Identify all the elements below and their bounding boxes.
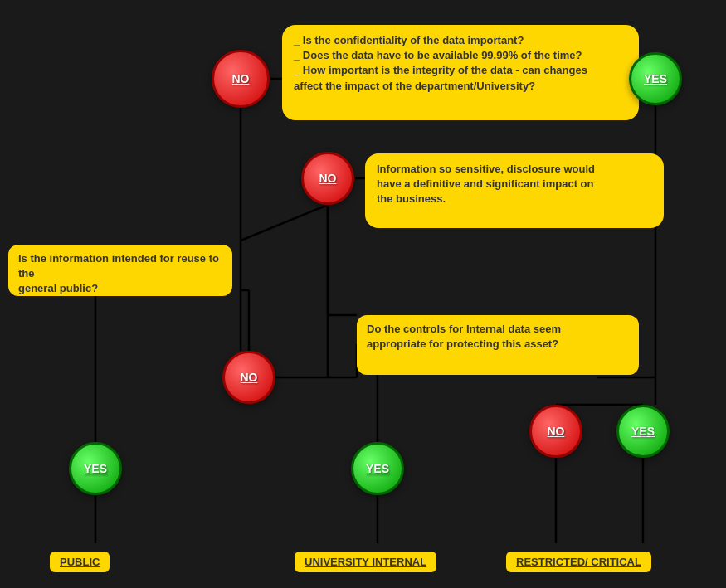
public-yes-label: YES bbox=[84, 462, 107, 475]
question-box-2: Information so sensitive, disclosure wou… bbox=[365, 153, 664, 228]
question-4-text: Do the controls for Internal data seem a… bbox=[367, 323, 561, 350]
restricted-label: RESTRICTED/ CRITICAL bbox=[516, 556, 641, 568]
no1-label: NO bbox=[232, 72, 250, 85]
no1-circle: NO bbox=[212, 50, 270, 108]
yes4-label: YES bbox=[631, 425, 655, 438]
internal-label: UNIVERSITY INTERNAL bbox=[305, 556, 426, 568]
question-box-4: Do the controls for Internal data seem a… bbox=[357, 315, 639, 375]
public-yes-circle: YES bbox=[69, 442, 122, 495]
outcome-public: PUBLIC bbox=[50, 552, 110, 572]
outcome-internal: UNIVERSITY INTERNAL bbox=[295, 552, 436, 572]
public-label: PUBLIC bbox=[60, 556, 100, 568]
internal-yes-label: YES bbox=[366, 462, 389, 475]
yes4-circle: YES bbox=[616, 405, 670, 458]
yes1-label: YES bbox=[644, 72, 667, 85]
no4-label: NO bbox=[548, 425, 565, 438]
question-box-3: Is the information intended for reuse to… bbox=[8, 245, 232, 296]
question-2-text: Information so sensitive, disclosure wou… bbox=[377, 163, 595, 205]
no2-label: NO bbox=[319, 172, 337, 185]
question-1-text: _ Is the confidentiality of the data imp… bbox=[294, 34, 587, 92]
internal-yes-circle: YES bbox=[351, 442, 404, 495]
question-3-text: Is the information intended for reuse to… bbox=[18, 252, 219, 294]
no4-circle: NO bbox=[529, 405, 582, 458]
yes1-circle: YES bbox=[629, 52, 682, 105]
no2-circle: NO bbox=[301, 152, 354, 205]
no3-label: NO bbox=[241, 371, 258, 384]
question-box-1: _ Is the confidentiality of the data imp… bbox=[282, 25, 639, 120]
svg-line-8 bbox=[241, 205, 328, 241]
outcome-restricted: RESTRICTED/ CRITICAL bbox=[506, 552, 651, 572]
diagram: _ Is the confidentiality of the data imp… bbox=[0, 0, 726, 588]
no3-circle: NO bbox=[222, 351, 275, 404]
